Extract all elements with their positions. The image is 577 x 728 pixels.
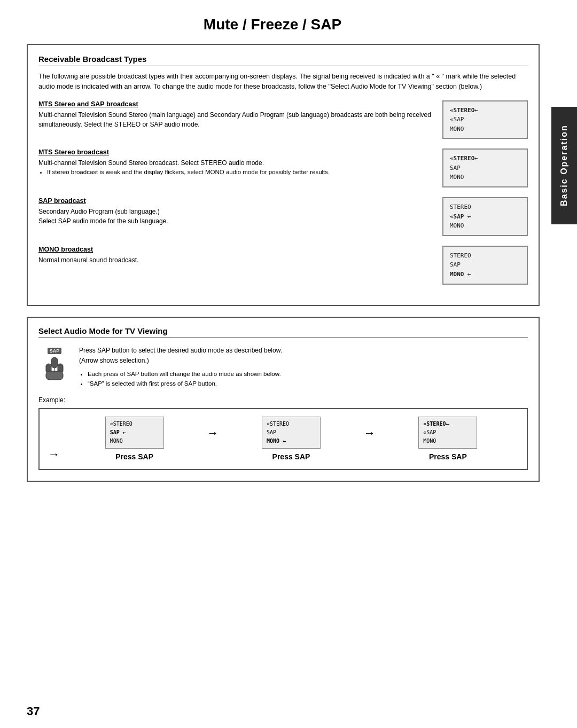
press-sap-1: Press SAP xyxy=(115,452,153,461)
broadcast-label-mono: MONO broadcast xyxy=(38,246,432,253)
broadcast-row-sap: SAP broadcast Secondary Audio Program (s… xyxy=(38,197,528,236)
select-audio-title: Select Audio Mode for TV Viewing xyxy=(38,326,528,338)
broadcast-desc-mts-sap: Multi-channel Television Sound Stereo (m… xyxy=(38,110,432,129)
broadcast-label-sap: SAP broadcast xyxy=(38,197,432,205)
example-osd-1-line3: MONO xyxy=(110,437,159,445)
receivable-broadcast-intro: The following are possible broadcast typ… xyxy=(38,72,528,92)
broadcast-bullet-mts-stereo: If stereo broadcast is weak and the disp… xyxy=(47,168,432,177)
select-audio-content: SAP Press SAP button to select the desir… xyxy=(38,346,528,389)
press-sap-2: Press SAP xyxy=(272,452,310,461)
select-audio-text: Press SAP button to select the desired a… xyxy=(79,346,528,389)
example-osd-2: «STEREO SAP MONO ← xyxy=(262,417,321,449)
sap-badge: SAP xyxy=(48,348,62,354)
side-tab: Basic Operation xyxy=(551,107,577,224)
arrow-between-2: → xyxy=(362,426,378,461)
first-arrow-icon: → xyxy=(48,440,60,461)
example-osd-2-line3: MONO ← xyxy=(267,437,316,445)
page-title: Mute / Freeze / SAP xyxy=(0,0,545,44)
osd-line-2: «SAP xyxy=(450,115,520,124)
example-osd-1-line2: SAP ← xyxy=(110,428,159,437)
broadcast-text-mono: MONO broadcast Normal monaural sound bro… xyxy=(38,246,442,265)
arrow-between-1: → xyxy=(205,426,221,461)
broadcast-desc-sap: Secondary Audio Program (sub language.)S… xyxy=(38,207,432,226)
osd-line-1: STEREO xyxy=(450,251,520,261)
example-osd-1: «STEREO SAP ← MONO xyxy=(105,417,164,449)
osd-sap: STEREO «SAP ← MONO xyxy=(442,197,528,236)
osd-line-3: MONO xyxy=(450,221,520,231)
main-content: Receivable Broadcast Types The following… xyxy=(27,44,540,482)
example-box: → «STEREO SAP ← MONO Press SAP → «STEREO… xyxy=(38,408,528,470)
broadcast-row-mts-sap: MTS Stereo and SAP broadcast Multi-chann… xyxy=(38,100,528,139)
broadcast-row-mts-stereo: MTS Stereo broadcast Multi-channel Telev… xyxy=(38,148,528,187)
hand-icon xyxy=(43,356,66,385)
example-osd-2-line2: SAP xyxy=(267,428,316,437)
example-item-1: «STEREO SAP ← MONO Press SAP xyxy=(64,417,205,461)
page-number: 37 xyxy=(27,704,40,718)
example-osd-3: «STEREO← «SAP MONO xyxy=(418,417,477,449)
receivable-broadcast-title: Receivable Broadcast Types xyxy=(38,54,528,66)
osd-line-3: MONO ← xyxy=(450,270,520,279)
select-bullet-2: “SAP” is selected with first press of SA… xyxy=(88,379,528,388)
broadcast-text-sap: SAP broadcast Secondary Audio Program (s… xyxy=(38,197,442,226)
example-label: Example: xyxy=(38,396,528,404)
svg-rect-0 xyxy=(51,357,58,368)
example-osd-3-line1: «STEREO← xyxy=(423,420,472,428)
broadcast-label-mts-stereo: MTS Stereo broadcast xyxy=(38,148,432,156)
example-osd-3-line2: «SAP xyxy=(423,428,472,437)
example-osd-2-line1: «STEREO xyxy=(267,420,316,428)
first-arrow-area: → xyxy=(48,440,60,461)
example-osd-3-line3: MONO xyxy=(423,437,472,445)
broadcast-text-mts-sap: MTS Stereo and SAP broadcast Multi-chann… xyxy=(38,100,442,129)
osd-line-2: SAP xyxy=(450,260,520,270)
osd-line-1: «STEREO← xyxy=(450,106,520,115)
osd-line-3: MONO xyxy=(450,173,520,182)
osd-line-3: MONO xyxy=(450,124,520,134)
select-audio-main-text: Press SAP button to select the desired a… xyxy=(79,346,528,366)
broadcast-text-mts-stereo: MTS Stereo broadcast Multi-channel Telev… xyxy=(38,148,442,177)
broadcast-label-mts-sap: MTS Stereo and SAP broadcast xyxy=(38,100,432,108)
svg-rect-3 xyxy=(46,371,63,380)
osd-mts-stereo: «STEREO← SAP MONO xyxy=(442,148,528,187)
osd-mono: STEREO SAP MONO ← xyxy=(442,246,528,285)
example-item-2: «STEREO SAP MONO ← Press SAP xyxy=(221,417,361,461)
osd-line-2: «SAP ← xyxy=(450,212,520,222)
hand-icon-area: SAP xyxy=(38,348,71,385)
broadcast-row-mono: MONO broadcast Normal monaural sound bro… xyxy=(38,246,528,285)
osd-line-1: «STEREO← xyxy=(450,154,520,163)
broadcast-desc-mts-stereo: Multi-channel Television Sound Stereo br… xyxy=(38,158,432,177)
osd-line-1: STEREO xyxy=(450,202,520,212)
press-sap-3: Press SAP xyxy=(429,452,467,461)
osd-mts-sap: «STEREO← «SAP MONO xyxy=(442,100,528,139)
example-item-3: «STEREO← «SAP MONO Press SAP xyxy=(378,417,518,461)
receivable-broadcast-section: Receivable Broadcast Types The following… xyxy=(27,44,540,306)
example-osd-1-line1: «STEREO xyxy=(110,420,159,428)
select-audio-section: Select Audio Mode for TV Viewing SAP Pre… xyxy=(27,317,540,482)
osd-line-2: SAP xyxy=(450,163,520,173)
broadcast-desc-mono: Normal monaural sound broadcast. xyxy=(38,255,432,265)
select-bullet-1: Each press of SAP button will change the… xyxy=(88,369,528,379)
